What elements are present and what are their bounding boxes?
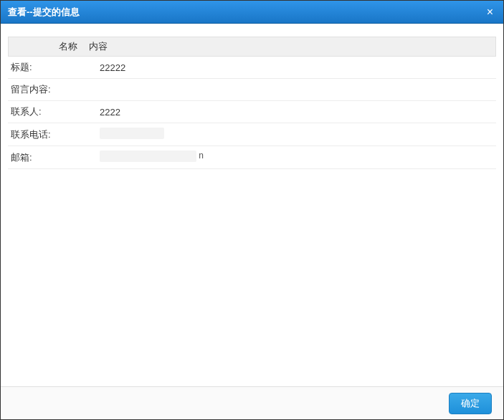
row-label: 联系人:: [8, 101, 85, 123]
table-header-content: 内容: [86, 40, 495, 53]
titlebar: 查看--提交的信息 ×: [1, 1, 503, 24]
info-table: 名称 内容 标题: 22222 留言内容: 联系人: 2222 联系电话:: [8, 37, 496, 169]
table-header-name: 名称: [9, 40, 86, 53]
table-row: 留言内容:: [8, 79, 496, 101]
ok-button[interactable]: 确定: [449, 393, 492, 414]
row-value: 22222: [85, 58, 496, 77]
table-row: 邮箱: n: [8, 146, 496, 169]
row-value-redacted: [85, 123, 496, 145]
row-value: [85, 85, 496, 94]
table-row: 标题: 22222: [8, 57, 496, 79]
dialog-title: 查看--提交的信息: [8, 6, 80, 19]
redacted-text: [100, 128, 164, 139]
row-label: 标题:: [8, 57, 85, 78]
redacted-text: n: [100, 151, 196, 162]
table-row: 联系人: 2222: [8, 101, 496, 123]
dialog-footer: 确定: [1, 386, 503, 419]
dialog-content: 名称 内容 标题: 22222 留言内容: 联系人: 2222 联系电话:: [1, 24, 503, 386]
dialog: 查看--提交的信息 × 名称 内容 标题: 22222 留言内容: 联系人: 2…: [0, 0, 504, 420]
row-label: 留言内容:: [8, 79, 85, 100]
row-label: 邮箱:: [8, 147, 85, 168]
row-value-redacted: n: [85, 146, 496, 168]
row-value: 2222: [85, 102, 496, 122]
row-label: 联系电话:: [8, 124, 85, 145]
close-icon[interactable]: ×: [484, 5, 496, 19]
table-header-row: 名称 内容: [8, 37, 496, 57]
table-row: 联系电话:: [8, 123, 496, 146]
